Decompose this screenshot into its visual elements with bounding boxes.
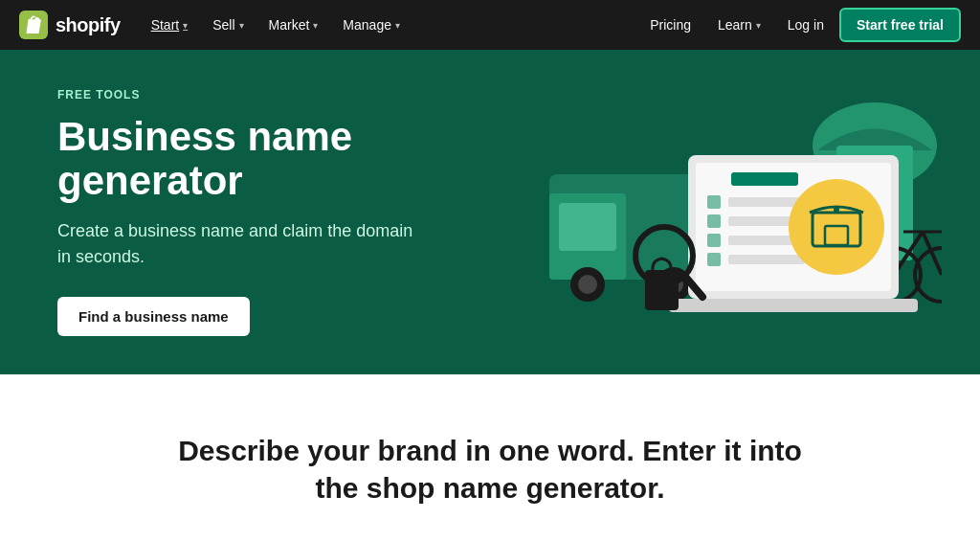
chevron-down-icon: ▾ (183, 20, 188, 31)
nav-item-sell[interactable]: Sell ▾ (201, 11, 255, 38)
start-trial-button[interactable]: Start free trial (839, 8, 961, 42)
free-tools-label: FREE TOOLS (57, 88, 923, 101)
main-heading: Describe your brand in one word. Enter i… (155, 432, 825, 507)
nav-item-learn[interactable]: Learn ▾ (706, 11, 772, 38)
hero-title: Business name generator (57, 115, 459, 203)
navbar: shopify Start ▾ Sell ▾ Market ▾ Manage ▾… (0, 0, 980, 50)
nav-left: Start ▾ Sell ▾ Market ▾ Manage ▾ (140, 11, 639, 38)
chevron-down-icon: ▾ (395, 20, 400, 31)
nav-item-market[interactable]: Market ▾ (257, 11, 330, 38)
hero-section: FREE TOOLS Business name generator Creat… (0, 50, 980, 374)
main-content-section: Describe your brand in one word. Enter i… (0, 374, 980, 541)
hero-content: FREE TOOLS Business name generator Creat… (57, 88, 923, 336)
chevron-down-icon: ▾ (313, 20, 318, 31)
chevron-down-icon: ▾ (239, 20, 244, 31)
find-business-name-button[interactable]: Find a business name (57, 297, 250, 336)
nav-right: Pricing Learn ▾ Log in Start free trial (638, 8, 961, 42)
nav-item-manage[interactable]: Manage ▾ (331, 11, 412, 38)
nav-item-pricing[interactable]: Pricing (638, 11, 702, 38)
logo-link[interactable]: shopify (19, 11, 121, 39)
shopify-bag-icon (19, 11, 48, 39)
nav-item-login[interactable]: Log in (776, 11, 835, 38)
nav-item-start[interactable]: Start ▾ (140, 11, 200, 38)
chevron-down-icon: ▾ (756, 20, 761, 31)
logo-text: shopify (56, 14, 121, 36)
hero-subtitle: Create a business name and claim the dom… (57, 218, 421, 270)
